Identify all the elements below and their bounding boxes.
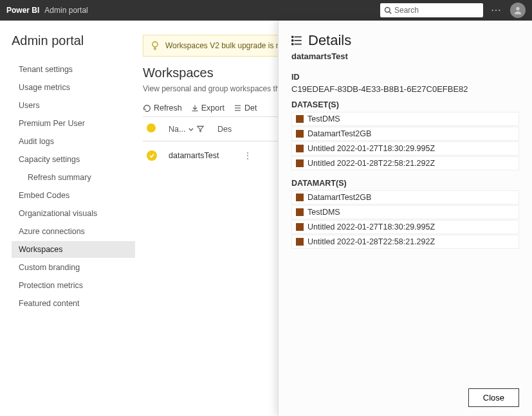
dataset-icon <box>296 159 304 167</box>
row-name: datamartsTest <box>169 151 239 160</box>
sidebar-item-protection-metrics[interactable]: Protection metrics <box>12 277 135 294</box>
dataset-icon <box>296 208 304 216</box>
datasets-label: DATASET(S) <box>291 100 519 109</box>
sidebar-item-refresh-summary[interactable]: Refresh summary <box>12 169 135 186</box>
sidebar-item-tenant-settings[interactable]: Tenant settings <box>12 61 135 78</box>
sidebar-item-custom-branding[interactable]: Custom branding <box>12 259 135 276</box>
datamart-item[interactable]: Untitled 2022-01-28T22:58:21.292Z <box>291 235 519 249</box>
row-more-menu[interactable]: ⋮ <box>243 150 252 161</box>
sidebar-item-embed-codes[interactable]: Embed Codes <box>12 187 135 204</box>
datamart-item[interactable]: TestDMS <box>291 205 519 219</box>
dataset-item[interactable]: DatamartTest2GB <box>291 127 519 141</box>
avatar[interactable] <box>510 3 526 18</box>
nav-list: Tenant settingsUsage metricsUsersPremium… <box>12 61 135 312</box>
dataset-icon <box>296 223 304 231</box>
datamart-name: Untitled 2022-01-27T18:30:29.995Z <box>307 222 435 231</box>
sidebar: Admin portal Tenant settingsUsage metric… <box>0 21 135 416</box>
top-bar: Power BI Admin portal Search ⋯ <box>0 0 532 21</box>
details-button[interactable]: Det <box>234 104 257 113</box>
details-panel: Details datamartsTest ID C19EDEAF-83DB-4… <box>278 21 532 416</box>
close-button[interactable]: Close <box>468 388 519 407</box>
details-icon <box>234 104 242 112</box>
datamarts-list: DatamartTest2GBTestDMSUntitled 2022-01-2… <box>291 190 519 249</box>
panel-subtitle: datamartsTest <box>291 51 519 61</box>
dataset-icon <box>296 130 304 138</box>
dataset-icon <box>296 194 304 201</box>
svg-point-17 <box>292 44 293 45</box>
search-placeholder: Search <box>394 6 419 15</box>
export-button[interactable]: Export <box>191 104 225 113</box>
svg-point-3 <box>152 42 158 47</box>
sidebar-item-usage-metrics[interactable]: Usage metrics <box>12 79 135 96</box>
id-value: C19EDEAF-83DB-4E33-B8B1-6E27C0EFBE82 <box>291 84 519 94</box>
dataset-item[interactable]: Untitled 2022-01-28T22:58:21.292Z <box>291 156 519 170</box>
refresh-icon <box>143 104 151 113</box>
datamarts-label: DATAMART(S) <box>291 179 519 188</box>
datamart-item[interactable]: DatamartTest2GB <box>291 190 519 204</box>
svg-point-0 <box>385 8 390 13</box>
dataset-name: DatamartTest2GB <box>307 129 371 138</box>
datamart-name: DatamartTest2GB <box>307 193 371 202</box>
dataset-icon <box>296 145 304 152</box>
lightbulb-icon <box>150 41 160 51</box>
sidebar-item-workspaces[interactable]: Workspaces <box>12 241 135 258</box>
sidebar-item-azure-connections[interactable]: Azure connections <box>12 223 135 240</box>
svg-line-1 <box>389 12 391 14</box>
sidebar-item-users[interactable]: Users <box>12 97 135 114</box>
status-indicator <box>147 123 156 132</box>
svg-marker-11 <box>197 126 204 131</box>
details-list-icon <box>291 35 303 46</box>
dataset-item[interactable]: TestDMS <box>291 112 519 126</box>
breadcrumb: Admin portal <box>44 6 87 15</box>
dataset-name: Untitled 2022-01-27T18:30:29.995Z <box>307 144 435 153</box>
search-input[interactable]: Search <box>380 3 483 17</box>
dataset-icon <box>296 238 304 246</box>
sidebar-item-organizational-visuals[interactable]: Organizational visuals <box>12 205 135 222</box>
svg-point-15 <box>292 36 293 37</box>
svg-point-16 <box>292 40 293 41</box>
datamart-name: TestDMS <box>307 208 340 217</box>
dataset-name: TestDMS <box>307 114 340 123</box>
panel-title: Details <box>308 32 351 49</box>
dataset-item[interactable]: Untitled 2022-01-27T18:30:29.995Z <box>291 141 519 156</box>
datamart-name: Untitled 2022-01-28T22:58:21.292Z <box>307 237 435 246</box>
column-name[interactable]: Na... <box>169 125 214 134</box>
dataset-icon <box>296 115 304 123</box>
datamart-item[interactable]: Untitled 2022-01-27T18:30:29.995Z <box>291 220 519 234</box>
search-icon <box>384 6 392 14</box>
id-label: ID <box>291 73 519 82</box>
sidebar-item-premium-per-user[interactable]: Premium Per User <box>12 115 135 132</box>
sidebar-item-audit-logs[interactable]: Audit logs <box>12 133 135 150</box>
export-icon <box>191 104 199 112</box>
refresh-button[interactable]: Refresh <box>143 104 182 113</box>
filter-icon <box>197 125 204 132</box>
datasets-list: TestDMSDatamartTest2GBUntitled 2022-01-2… <box>291 112 519 171</box>
dataset-name: Untitled 2022-01-28T22:58:21.292Z <box>307 159 435 168</box>
more-menu[interactable]: ⋯ <box>491 5 502 15</box>
sidebar-item-featured-content[interactable]: Featured content <box>12 295 135 312</box>
svg-point-2 <box>516 7 519 10</box>
page-title: Admin portal <box>12 33 135 48</box>
sidebar-item-capacity-settings[interactable]: Capacity settings <box>12 151 135 168</box>
brand: Power BI <box>6 6 39 15</box>
row-status-icon <box>147 150 157 161</box>
chevron-down-icon <box>188 126 194 132</box>
